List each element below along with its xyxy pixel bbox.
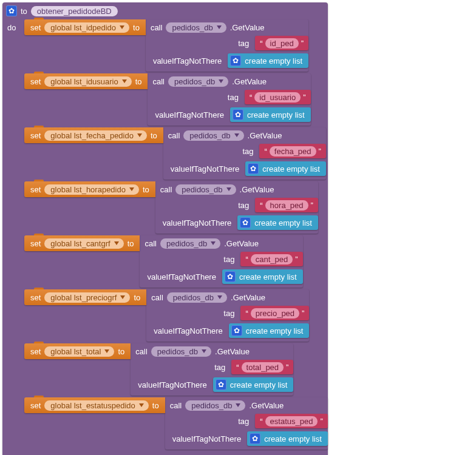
call-block-header: call pedidos_db .GetValue xyxy=(131,343,293,359)
variable-dropdown[interactable]: global lst_cantgrf xyxy=(44,238,123,249)
method-name: .GetValue xyxy=(231,293,265,302)
set-block[interactable]: set global lst_idpedido to xyxy=(24,19,146,35)
procedure-definition-block[interactable]: ✿ to obtener_pedidodeBD do set global ls… xyxy=(2,2,328,455)
set-block[interactable]: set global lst_idusuario to xyxy=(24,73,148,89)
text-literal-block[interactable]: “ id_usuario ” xyxy=(245,90,311,104)
text-literal-block[interactable]: “ hora_ped ” xyxy=(255,198,318,212)
create-empty-list-block[interactable]: ✿ create empty list xyxy=(222,269,303,284)
text-literal-value[interactable]: precio_ped xyxy=(251,308,299,318)
text-literal-block[interactable]: “ id_ped ” xyxy=(255,36,308,50)
gear-icon[interactable]: ✿ xyxy=(250,433,260,444)
variable-dropdown[interactable]: global lst_total xyxy=(44,346,114,357)
set-statement[interactable]: set global lst_estatuspedido to call ped… xyxy=(24,397,328,450)
component-dropdown[interactable]: pedidos_db xyxy=(185,400,245,411)
component-dropdown[interactable]: pedidos_db xyxy=(167,292,227,303)
set-statement[interactable]: set global lst_cantgrf to call pedidos_d… xyxy=(24,235,328,288)
open-quote: “ xyxy=(245,309,248,318)
component-dropdown[interactable]: pedidos_db xyxy=(151,346,211,357)
procedure-name[interactable]: obtener_pedidodeBD xyxy=(31,6,118,16)
procedure-header[interactable]: ✿ to obtener_pedidodeBD xyxy=(2,2,328,19)
set-statement[interactable]: set global lst_total to call pedidos_db … xyxy=(24,343,328,396)
component-dropdown[interactable]: pedidos_db xyxy=(175,184,236,195)
variable-dropdown[interactable]: global lst_estatuspedido xyxy=(44,400,149,411)
method-name: .GetValue xyxy=(230,23,265,32)
text-literal-block[interactable]: “ cant_ped ” xyxy=(240,252,302,266)
set-block[interactable]: set global lst_cantgrf to xyxy=(24,235,140,251)
call-getvalue-block[interactable]: call pedidos_db .GetValue tag “ precio_p… xyxy=(146,289,309,342)
call-getvalue-block[interactable]: call pedidos_db .GetValue tag “ estatus_… xyxy=(165,397,328,450)
create-empty-list-block[interactable]: ✿ create empty list xyxy=(237,215,318,230)
gear-icon[interactable]: ✿ xyxy=(240,217,251,228)
create-empty-list-block[interactable]: ✿ create empty list xyxy=(230,107,311,122)
set-block[interactable]: set global lst_total to xyxy=(24,343,131,359)
create-empty-list-block[interactable]: ✿ create empty list xyxy=(247,431,328,446)
text-literal-block[interactable]: “ total_ped ” xyxy=(231,360,293,374)
set-statement[interactable]: set global lst_idusuario to call pedidos… xyxy=(24,73,328,126)
text-literal-block[interactable]: “ fecha_ped ” xyxy=(259,144,325,158)
call-keyword: call xyxy=(152,77,165,86)
text-literal-value[interactable]: total_ped xyxy=(242,362,284,372)
arg-label-valueiftagnotthere: valueIfTagNotThere xyxy=(163,218,234,228)
gear-icon[interactable]: ✿ xyxy=(231,325,242,336)
create-empty-list-block[interactable]: ✿ create empty list xyxy=(213,377,294,392)
gear-icon[interactable]: ✿ xyxy=(6,5,17,16)
chevron-down-icon xyxy=(137,133,142,137)
component-dropdown[interactable]: pedidos_db xyxy=(168,76,228,87)
set-block[interactable]: set global lst_fecha_pedido to xyxy=(24,127,163,143)
set-statement[interactable]: set global lst_fecha_pedido to call pedi… xyxy=(24,127,328,180)
component-dropdown[interactable]: pedidos_db xyxy=(166,22,226,33)
gear-icon[interactable]: ✿ xyxy=(248,163,259,174)
open-quote: “ xyxy=(260,39,262,48)
call-getvalue-block[interactable]: call pedidos_db .GetValue tag “ id_usuar… xyxy=(148,73,310,126)
arg-label-tag: tag xyxy=(238,39,251,48)
to-keyword: to xyxy=(135,77,142,86)
gear-icon[interactable]: ✿ xyxy=(216,379,226,390)
gear-icon[interactable]: ✿ xyxy=(225,271,236,282)
call-keyword: call xyxy=(160,185,172,194)
call-keyword: call xyxy=(144,239,157,248)
set-keyword: set xyxy=(30,401,41,410)
gear-icon[interactable]: ✿ xyxy=(230,55,241,66)
set-statement[interactable]: set global lst_preciogrf to call pedidos… xyxy=(24,289,328,342)
text-literal-block[interactable]: “ estatus_ped ” xyxy=(255,414,328,428)
gear-icon[interactable]: ✿ xyxy=(233,109,243,120)
call-block-header: call pedidos_db .GetValue xyxy=(163,127,326,143)
variable-dropdown[interactable]: global lst_horapedido xyxy=(44,184,139,195)
arg-label-valueiftagnotthere: valueIfTagNotThere xyxy=(172,434,243,443)
create-empty-list-block[interactable]: ✿ create empty list xyxy=(229,323,310,338)
to-keyword: to xyxy=(143,185,149,194)
to-keyword: to xyxy=(118,347,124,356)
text-literal-value[interactable]: hora_ped xyxy=(265,200,308,211)
set-block[interactable]: set global lst_horapedido to xyxy=(24,181,155,197)
chevron-down-icon xyxy=(104,349,109,353)
set-statement[interactable]: set global lst_horapedido to call pedido… xyxy=(24,181,328,234)
set-block[interactable]: set global lst_preciogrf to xyxy=(24,289,146,305)
chevron-down-icon xyxy=(129,187,134,191)
call-block-header: call pedidos_db .GetValue xyxy=(148,73,310,89)
call-getvalue-block[interactable]: call pedidos_db .GetValue tag “ cant_ped… xyxy=(140,235,302,288)
variable-dropdown[interactable]: global lst_fecha_pedido xyxy=(44,130,147,141)
set-statement[interactable]: set global lst_idpedido to call pedidos_… xyxy=(24,19,328,72)
variable-dropdown[interactable]: global lst_idpedido xyxy=(44,22,129,33)
create-empty-list-block[interactable]: ✿ create empty list xyxy=(245,161,326,176)
text-literal-value[interactable]: estatus_ped xyxy=(265,416,318,426)
create-empty-list-block[interactable]: ✿ create empty list xyxy=(228,53,308,68)
variable-dropdown[interactable]: global lst_idusuario xyxy=(44,76,131,87)
chevron-down-icon xyxy=(217,295,222,299)
text-literal-value[interactable]: cant_ped xyxy=(251,254,293,265)
call-keyword: call xyxy=(151,23,163,32)
text-literal-value[interactable]: fecha_ped xyxy=(270,146,316,157)
text-literal-value[interactable]: id_usuario xyxy=(254,92,301,103)
call-getvalue-block[interactable]: call pedidos_db .GetValue tag “ id_ped ” xyxy=(146,19,308,72)
call-getvalue-block[interactable]: call pedidos_db .GetValue tag “ total_pe… xyxy=(131,343,293,396)
component-dropdown[interactable]: pedidos_db xyxy=(183,130,243,141)
text-literal-value[interactable]: id_ped xyxy=(265,38,299,49)
component-dropdown[interactable]: pedidos_db xyxy=(160,238,220,249)
call-getvalue-block[interactable]: call pedidos_db .GetValue tag “ hora_ped… xyxy=(155,181,318,234)
set-block[interactable]: set global lst_estatuspedido to xyxy=(24,397,165,413)
variable-dropdown[interactable]: global lst_preciogrf xyxy=(44,292,130,303)
create-empty-list-label: create empty list xyxy=(230,380,288,389)
arg-label-valueiftagnotthere: valueIfTagNotThere xyxy=(154,326,225,335)
text-literal-block[interactable]: “ precio_ped ” xyxy=(240,306,309,320)
call-getvalue-block[interactable]: call pedidos_db .GetValue tag “ fecha_pe… xyxy=(163,127,326,180)
